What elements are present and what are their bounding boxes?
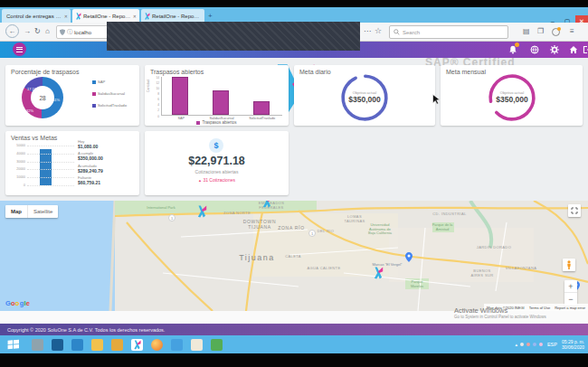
y-tick-label: 14 xyxy=(148,76,159,80)
taskbar-app-shot[interactable] xyxy=(211,339,223,351)
stat-value: $60,759.21 xyxy=(78,180,103,185)
legend-swatch xyxy=(196,121,200,125)
satellite-button[interactable]: Satellite xyxy=(28,205,58,218)
language-indicator[interactable]: ESP xyxy=(547,342,557,347)
activate-line2: Go to System in Control Panel to activat… xyxy=(454,315,546,319)
legend-swatch xyxy=(92,104,96,108)
card-title: Porcentaje de traspasos xyxy=(11,69,80,75)
gridline xyxy=(27,154,74,155)
tab-retailone-active[interactable]: RetailOne - Reportes ✕ xyxy=(72,9,139,23)
y-tick-label: 0 xyxy=(7,184,25,187)
goal-value: $350,000 xyxy=(338,95,391,104)
tab-control-entregas[interactable]: Control de entregas - Sistema de ✕ xyxy=(2,9,71,23)
y-tick-label: 30000 xyxy=(7,160,25,164)
y-tick-label: 12 xyxy=(148,81,159,85)
home-button[interactable]: ⌂ xyxy=(45,28,50,35)
taskbar-apps xyxy=(32,339,223,351)
page-actions-icon[interactable]: ⋯ xyxy=(364,28,371,35)
map-marker-retailone[interactable] xyxy=(373,267,384,283)
library-icon[interactable]: ▤ xyxy=(523,28,530,35)
bars-plot[interactable] xyxy=(161,77,282,116)
taskbar-app-builder[interactable] xyxy=(171,339,183,351)
start-button[interactable] xyxy=(6,338,21,351)
y-tick-label: 50000 xyxy=(7,144,25,147)
mouse-cursor xyxy=(432,94,441,105)
map-marker-retailone[interactable] xyxy=(261,201,272,212)
card-cotizaciones: $ $22,971.18 Cotizaciones abiertas ▲ 31 … xyxy=(145,131,289,195)
home-icon[interactable] xyxy=(569,45,578,54)
map-label: VILLAFONTANA xyxy=(506,267,537,271)
legend-label: SAP xyxy=(98,80,105,84)
back-button[interactable]: ← xyxy=(5,24,19,38)
highway-shield: 1 xyxy=(308,230,316,237)
taskbar-app-comm[interactable] xyxy=(71,339,83,351)
legend-item: SalidasSucursal xyxy=(92,91,127,96)
street-view-pegman[interactable] xyxy=(563,259,575,271)
zoom-in-button[interactable]: + xyxy=(564,280,577,293)
ventas-stats: Hoy$1,080.00A cumplir$350,000.00Acumulad… xyxy=(78,136,103,185)
clock-date: 30/06/2020 xyxy=(562,344,584,350)
logout-icon[interactable] xyxy=(583,45,588,54)
report-error-link[interactable]: Report a map error xyxy=(555,306,585,310)
clock[interactable]: 05:29 p. m. 30/06/2020 xyxy=(562,339,584,350)
reload-button[interactable]: ↻ xyxy=(34,28,41,35)
map-label: DEL RÍO xyxy=(318,230,335,234)
sidebar-icon[interactable]: ❐ xyxy=(537,28,544,35)
tab-title: Control de entregas - Sistema de xyxy=(6,14,62,19)
fullscreen-button[interactable] xyxy=(568,204,581,217)
close-tab-icon[interactable]: ✕ xyxy=(133,14,137,19)
tray-icon[interactable] xyxy=(539,343,543,346)
stat-value: $1,080.00 xyxy=(78,144,103,149)
map-label: ZONA NORTE xyxy=(223,212,251,216)
card-meta-diario: Meta diario Objetivo actual $350,000 xyxy=(294,65,435,126)
map-button[interactable]: Map xyxy=(5,205,28,218)
hamburger-menu-button[interactable] xyxy=(13,42,26,56)
gridline xyxy=(27,185,74,186)
map-marker-retailone[interactable] xyxy=(196,205,207,221)
shield-icon xyxy=(60,29,65,35)
screen: Control de entregas - Sistema de ✕ Retai… xyxy=(0,0,588,367)
stat-value: $350,000.00 xyxy=(78,155,103,161)
legend-label: Traspasos abiertos xyxy=(202,120,236,125)
forward-button[interactable]: → xyxy=(24,28,31,35)
close-tab-icon[interactable]: ✕ xyxy=(64,14,68,19)
map-viewport[interactable]: International ParkZONA NORTEEMPLEADOS FE… xyxy=(0,201,588,311)
settings-gear-icon[interactable] xyxy=(550,45,559,54)
globe-icon[interactable] xyxy=(530,45,539,54)
taskbar-app-firefox[interactable] xyxy=(151,339,163,351)
card-title: Meta mensual xyxy=(446,69,486,75)
dollar-icon: $ xyxy=(209,138,223,153)
cotizaciones-link[interactable]: ▲ 31 Cotizaciones xyxy=(145,177,289,183)
chart-legend: Traspasos abiertos xyxy=(145,120,289,125)
tray-icon[interactable] xyxy=(533,343,536,346)
map-label: CALETA xyxy=(285,255,301,259)
map-label: Parque Morelos xyxy=(411,280,423,288)
tray-icon[interactable] xyxy=(520,343,524,346)
taskbar-app-files[interactable] xyxy=(32,339,43,351)
taskbar-app-notes[interactable] xyxy=(191,339,203,351)
taskbar-app-tools[interactable] xyxy=(111,339,123,351)
letterbox-bottom xyxy=(0,353,588,367)
google-logo[interactable]: Google xyxy=(5,299,30,307)
map-label: Universidad Autónoma de Baja California xyxy=(368,223,392,236)
tab-retailone-2[interactable]: RetailOne - Reportes xyxy=(141,9,204,23)
ventas-plot[interactable] xyxy=(27,146,74,185)
taskbar-app-retailone[interactable] xyxy=(131,339,143,351)
taskbar-app-calendar[interactable] xyxy=(91,339,103,351)
retailone-favicon xyxy=(144,13,150,20)
bookmark-star-icon[interactable]: ☆ xyxy=(375,27,382,34)
map-label: CD. INDUSTRIAL xyxy=(432,212,466,217)
site-info-icon[interactable]: ⓘ xyxy=(67,28,72,36)
tray-expand-icon[interactable]: ▴ xyxy=(515,342,517,347)
map-pin[interactable] xyxy=(405,249,413,266)
taskbar-app-mail[interactable] xyxy=(52,339,63,351)
menu-icon[interactable]: ≡ xyxy=(570,28,574,35)
donut-legend: SAPSalidasSucursalSolicitudTraslado xyxy=(92,80,127,115)
new-tab-button[interactable]: + xyxy=(208,12,213,20)
search-input[interactable]: Search xyxy=(389,25,508,39)
tray-icon[interactable] xyxy=(526,343,530,346)
y-tick-label: 40000 xyxy=(7,152,25,155)
account-alert-dot xyxy=(557,27,561,31)
y-tick-label: 10 xyxy=(148,87,159,90)
system-tray: ▴ ESP 05:29 p. m. 30/06/2020 xyxy=(515,335,584,353)
